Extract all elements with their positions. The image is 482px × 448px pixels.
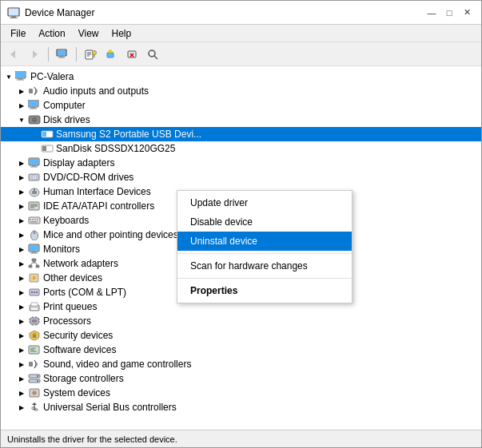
svg-rect-68 bbox=[29, 265, 32, 268]
expander-monitors[interactable]: ▶ bbox=[15, 243, 28, 256]
ctx-separator-2 bbox=[177, 278, 352, 279]
tree-item-security[interactable]: ▶ Security devices bbox=[1, 328, 481, 343]
svg-point-45 bbox=[34, 176, 35, 178]
ctx-update-driver[interactable]: Update driver bbox=[177, 193, 352, 212]
title-bar: Device Manager — □ ✕ bbox=[1, 1, 481, 25]
ctx-uninstall-device[interactable]: Uninstall device bbox=[177, 232, 352, 251]
expander-system[interactable]: ▶ bbox=[15, 387, 28, 399]
expander-computer[interactable]: ▶ bbox=[15, 99, 28, 112]
svg-rect-42 bbox=[30, 167, 38, 168]
toolbar-sep-2 bbox=[76, 47, 77, 61]
keyboard-icon bbox=[28, 214, 41, 227]
tree-label-mice: Mice and other pointing devices bbox=[43, 229, 178, 240]
tree-label-network: Network adapters bbox=[43, 258, 118, 269]
expander-software[interactable]: ▶ bbox=[15, 343, 28, 356]
ctx-update-driver-label: Update driver bbox=[190, 197, 248, 208]
close-button[interactable]: ✕ bbox=[459, 5, 475, 21]
software-icon bbox=[28, 343, 41, 356]
disk-icon bbox=[28, 113, 41, 126]
svg-rect-82 bbox=[31, 308, 38, 310]
expander-processors[interactable]: ▶ bbox=[15, 315, 28, 327]
expander-keyboards[interactable]: ▶ bbox=[15, 214, 28, 227]
processor-icon bbox=[28, 315, 41, 327]
svg-rect-48 bbox=[32, 191, 37, 194]
expander-hid[interactable]: ▶ bbox=[15, 185, 28, 198]
expander-print[interactable]: ▶ bbox=[15, 300, 28, 313]
expander-security[interactable]: ▶ bbox=[15, 329, 28, 342]
tree-item-system[interactable]: ▶ System devices bbox=[1, 386, 481, 400]
svg-rect-56 bbox=[34, 219, 36, 220]
tree-item-computer[interactable]: ▶ Computer bbox=[1, 98, 481, 113]
tree-item-usb[interactable]: ▶ Universal Serial Bus controllers bbox=[1, 400, 481, 414]
svg-rect-65 bbox=[32, 252, 36, 253]
scan-toolbar-button[interactable] bbox=[143, 45, 162, 64]
expander-storage[interactable]: ▶ bbox=[15, 372, 28, 385]
svg-rect-67 bbox=[32, 259, 36, 261]
back-button[interactable] bbox=[4, 45, 23, 64]
security-icon bbox=[28, 329, 41, 342]
menu-file[interactable]: File bbox=[4, 26, 32, 41]
expander-ports[interactable]: ▶ bbox=[15, 286, 28, 299]
svg-marker-17 bbox=[107, 50, 114, 53]
update-driver-toolbar-button[interactable] bbox=[102, 45, 121, 64]
expander-sound[interactable]: ▶ bbox=[15, 358, 28, 371]
context-menu: Update driver Disable device Uninstall d… bbox=[177, 190, 353, 303]
device-manager-window: Device Manager — □ ✕ File Action View He… bbox=[0, 0, 482, 448]
tree-item-processors[interactable]: ▶ Processors bbox=[1, 314, 481, 328]
properties-toolbar-button[interactable] bbox=[81, 45, 100, 64]
tree-item-software[interactable]: ▶ Software devices bbox=[1, 343, 481, 357]
ctx-uninstall-device-label: Uninstall device bbox=[190, 236, 257, 247]
expander-display[interactable]: ▶ bbox=[15, 157, 28, 169]
expander-ide[interactable]: ▶ bbox=[15, 200, 28, 212]
tree-item-dvd[interactable]: ▶ DVD/CD-ROM drives bbox=[1, 170, 481, 184]
ide-icon bbox=[28, 200, 41, 212]
expander-network[interactable]: ▶ bbox=[15, 257, 28, 270]
expander-dvd[interactable]: ▶ bbox=[15, 171, 28, 184]
tree-label-print: Print queues bbox=[43, 301, 97, 312]
uninstall-toolbar-button[interactable] bbox=[122, 45, 141, 64]
window-title: Device Manager bbox=[25, 7, 424, 18]
sound-icon bbox=[28, 358, 41, 371]
tree-item-disk-drives[interactable]: ▼ Disk drives bbox=[1, 113, 481, 127]
minimize-button[interactable]: — bbox=[424, 5, 440, 21]
tree-item-display[interactable]: ▶ Display adapters bbox=[1, 156, 481, 170]
ctx-properties-label: Properties bbox=[190, 285, 237, 296]
other-icon: ? bbox=[28, 272, 41, 284]
tree-item-audio[interactable]: ▶ Audio inputs and outputs bbox=[1, 84, 481, 98]
tree-item-sandisk[interactable]: SanDisk SDSSDX120GG25 bbox=[1, 141, 481, 156]
svg-marker-4 bbox=[10, 50, 15, 58]
device-tree[interactable]: ▼ PC-Valera ▶ bbox=[1, 66, 481, 430]
menu-action[interactable]: Action bbox=[32, 26, 71, 41]
svg-rect-54 bbox=[30, 219, 31, 220]
tree-item-root[interactable]: ▼ PC-Valera bbox=[1, 69, 481, 84]
computer-button[interactable] bbox=[53, 45, 72, 64]
ctx-properties[interactable]: Properties bbox=[177, 281, 352, 300]
svg-rect-110 bbox=[35, 409, 38, 410]
tree-label-computer: Computer bbox=[43, 100, 86, 111]
tree-item-sound[interactable]: ▶ Sound, video and game controllers bbox=[1, 357, 481, 371]
svg-point-103 bbox=[37, 380, 38, 382]
maximize-button[interactable]: □ bbox=[441, 5, 457, 21]
svg-rect-29 bbox=[29, 101, 38, 106]
svg-point-102 bbox=[37, 375, 38, 377]
tree-label-hid: Human Interface Devices bbox=[43, 186, 151, 197]
expander-mice[interactable]: ▶ bbox=[15, 228, 28, 241]
expander-usb[interactable]: ▶ bbox=[15, 401, 28, 414]
menu-view[interactable]: View bbox=[72, 26, 106, 41]
svg-rect-31 bbox=[30, 109, 37, 109]
expander-other[interactable]: ▶ bbox=[15, 272, 28, 284]
svg-point-34 bbox=[34, 119, 35, 121]
tree-item-samsung[interactable]: Samsung S2 Portable USB Devi... bbox=[1, 127, 481, 141]
forward-button[interactable] bbox=[25, 45, 44, 64]
status-bar: Uninstalls the driver for the selected d… bbox=[1, 430, 481, 447]
tree-item-storage[interactable]: ▶ Storage controllers bbox=[1, 371, 481, 386]
svg-rect-84 bbox=[32, 319, 37, 323]
ctx-disable-device[interactable]: Disable device bbox=[177, 212, 352, 232]
expander-root[interactable]: ▼ bbox=[2, 70, 15, 83]
expander-disk[interactable]: ▼ bbox=[15, 113, 28, 126]
expander-audio[interactable]: ▶ bbox=[15, 85, 28, 97]
main-content: ▼ PC-Valera ▶ bbox=[1, 66, 481, 430]
tree-label-dvd: DVD/CD-ROM drives bbox=[43, 172, 133, 183]
menu-help[interactable]: Help bbox=[106, 26, 138, 41]
ctx-scan-hardware[interactable]: Scan for hardware changes bbox=[177, 256, 352, 276]
